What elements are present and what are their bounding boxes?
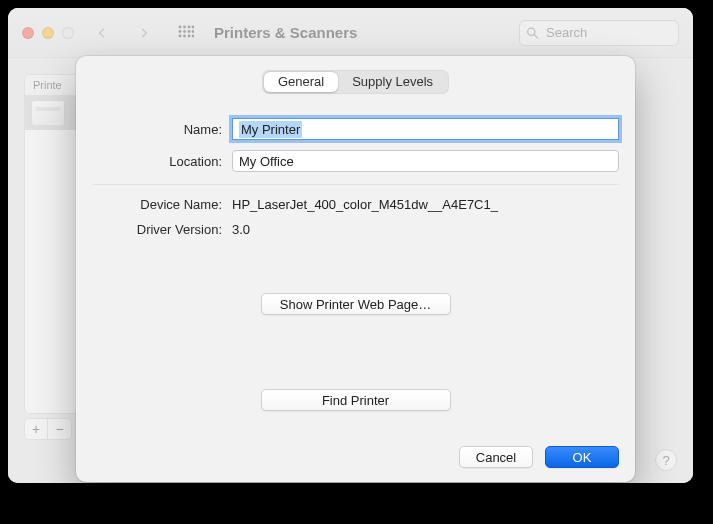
device-name-label: Device Name: (92, 197, 222, 212)
show-printer-web-page-button[interactable]: Show Printer Web Page… (261, 293, 451, 315)
svg-point-7 (192, 30, 194, 33)
svg-point-3 (192, 25, 194, 28)
window-title: Printers & Scanners (214, 24, 357, 41)
grid-icon (178, 25, 194, 41)
toolbar: Printers & Scanners (8, 8, 693, 58)
remove-printer-button[interactable]: − (48, 418, 72, 440)
driver-version-label: Driver Version: (92, 222, 222, 237)
name-field[interactable]: My Printer (232, 118, 619, 140)
show-all-button[interactable] (172, 20, 200, 46)
svg-point-9 (183, 34, 186, 37)
svg-point-8 (179, 34, 182, 37)
tab-general[interactable]: General (264, 72, 338, 92)
add-printer-button[interactable]: + (24, 418, 48, 440)
tab-supply-levels[interactable]: Supply Levels (338, 72, 447, 92)
name-label: Name: (92, 122, 222, 137)
window-controls (22, 27, 74, 39)
cancel-button[interactable]: Cancel (459, 446, 533, 468)
svg-point-2 (188, 25, 191, 28)
divider (92, 184, 619, 185)
svg-point-11 (192, 34, 194, 37)
svg-line-13 (534, 34, 537, 37)
back-button[interactable] (88, 20, 116, 46)
name-value: My Printer (239, 121, 302, 138)
sheet-footer: Cancel OK (92, 434, 619, 468)
svg-point-4 (179, 30, 182, 33)
svg-point-6 (188, 30, 191, 33)
ok-button[interactable]: OK (545, 446, 619, 468)
device-name-value: HP_LaserJet_400_color_M451dw__A4E7C1_ (232, 197, 619, 212)
search-field[interactable] (519, 20, 679, 46)
location-field[interactable]: My Office (232, 150, 619, 172)
zoom-window-button[interactable] (62, 27, 74, 39)
svg-point-5 (183, 30, 186, 33)
driver-version-value: 3.0 (232, 222, 619, 237)
search-input[interactable] (519, 20, 679, 46)
close-window-button[interactable] (22, 27, 34, 39)
help-button[interactable]: ? (655, 449, 677, 471)
location-value: My Office (239, 154, 294, 169)
forward-button[interactable] (130, 20, 158, 46)
svg-point-10 (188, 34, 191, 37)
printer-icon (31, 100, 65, 126)
svg-point-12 (528, 28, 535, 35)
location-label: Location: (92, 154, 222, 169)
search-icon (526, 26, 539, 39)
sheet-tabs: General Supply Levels (262, 70, 449, 94)
chevron-left-icon (95, 26, 109, 40)
find-printer-button[interactable]: Find Printer (261, 389, 451, 411)
chevron-right-icon (137, 26, 151, 40)
minimize-window-button[interactable] (42, 27, 54, 39)
svg-point-1 (183, 25, 186, 28)
printer-options-sheet: General Supply Levels Name: My Printer L… (76, 56, 635, 482)
svg-point-0 (179, 25, 182, 28)
